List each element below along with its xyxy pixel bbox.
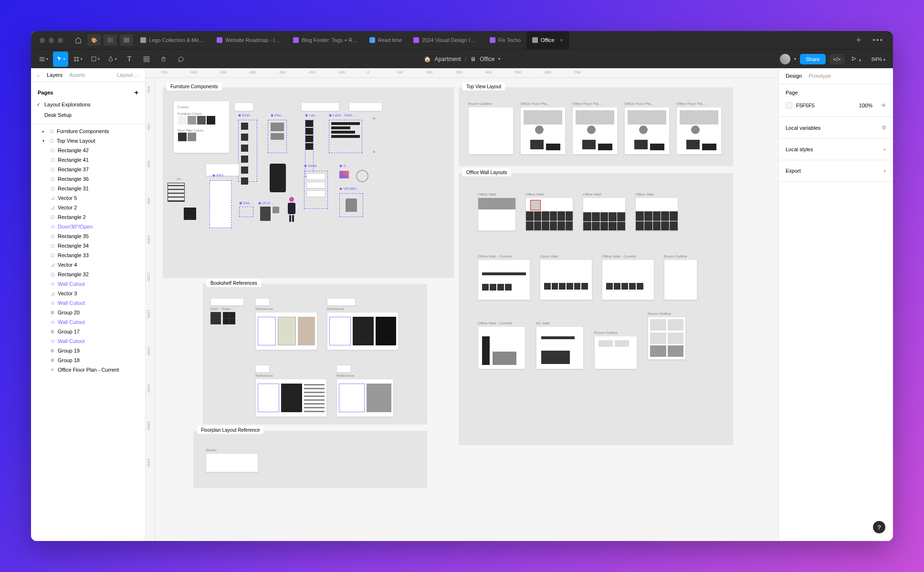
layers-tab[interactable]: Layers [47, 72, 63, 78]
layer-item[interactable]: ◇Wall Cutout [31, 279, 145, 289]
left-panel: ⌕ Layers Assets Layout … Pages + Layout … [31, 68, 146, 541]
assets-tab[interactable]: Assets [69, 72, 85, 78]
svg-rect-2 [40, 60, 45, 61]
layer-item[interactable]: ▢Rectangle 31 [31, 184, 145, 193]
layer-item[interactable]: ▢Rectangle 33 [31, 250, 145, 260]
svg-rect-0 [40, 57, 45, 57]
recent-icon[interactable]: 🎨 [87, 34, 101, 46]
layer-item[interactable]: ◇Wall Cutout [31, 317, 145, 327]
panel-search-icon[interactable]: ⌕ [37, 72, 40, 78]
layer-item[interactable]: ◿Vector 3 [31, 289, 145, 298]
hand-tool-button[interactable] [156, 52, 171, 67]
tab[interactable]: Website Roadmap - Ideas, Feature… [211, 31, 287, 49]
svg-rect-7 [147, 60, 149, 62]
tab-overflow-icon[interactable]: ••• [867, 36, 889, 44]
traffic-max-icon[interactable] [58, 38, 63, 43]
layer-item[interactable]: ⊞Group 18 [31, 355, 145, 365]
layer-item[interactable]: ▢Rectangle 34 [31, 241, 145, 250]
bg-opacity[interactable]: 100% [859, 103, 872, 108]
main-menu-button[interactable]: ▾ [36, 52, 51, 67]
home-button[interactable] [71, 32, 86, 48]
layer-item[interactable]: ▢Rectangle 35 [31, 231, 145, 241]
monitor-icon: 🖥 [470, 56, 476, 62]
svg-rect-1 [40, 59, 45, 59]
add-style-button[interactable]: + [883, 146, 886, 152]
svg-rect-6 [144, 60, 146, 62]
tab[interactable]: Fix Techo [484, 31, 526, 49]
layer-item[interactable]: ▢Rectangle 42 [31, 146, 145, 155]
layer-item[interactable]: ▸▢Furniture Components [31, 126, 145, 136]
tab[interactable]: Read time [364, 31, 408, 49]
page-item[interactable]: Layout Explorations [31, 99, 145, 110]
layer-item[interactable]: ◿Vector 2 [31, 203, 145, 212]
ruler-horizontal: -700-600-500-400-300-200-100010020030040… [146, 68, 778, 78]
app-window: 🎨 Lego Collection & Media CardsWebsite R… [31, 31, 893, 541]
recent-icon[interactable] [104, 34, 117, 46]
layer-item[interactable]: ▢Rectangle 37 [31, 165, 145, 174]
breadcrumb[interactable]: 🏠 Apartment / 🖥 Office ▾ [424, 56, 501, 62]
layer-item[interactable]: ◿Vector 4 [31, 260, 145, 270]
dev-mode-button[interactable]: </> [830, 54, 845, 64]
layer-item[interactable]: ▢Rectangle 2 [31, 212, 145, 222]
pen-tool-button[interactable]: ▾ [105, 52, 120, 67]
traffic-lights [35, 38, 68, 43]
layer-item[interactable]: #Office Floor Plan - Current [31, 365, 145, 374]
layer-item[interactable]: ▢Rectangle 41 [31, 155, 145, 165]
right-panel: Design Prototype Page F5F5F5 100% 👁 Loca… [778, 68, 893, 541]
move-tool-button[interactable]: ▾ [53, 52, 68, 67]
design-tab[interactable]: Design [786, 73, 802, 79]
tab[interactable]: Lego Collection & Media Cards [135, 31, 211, 49]
resources-button[interactable] [139, 52, 154, 67]
add-export-button[interactable]: + [883, 168, 886, 174]
page-item[interactable]: Desk Setup [31, 110, 145, 120]
layer-item[interactable]: ◇Wall Cutout [31, 298, 145, 308]
local-styles[interactable]: Local styles [786, 146, 813, 152]
bg-color-chip[interactable] [786, 102, 792, 109]
comment-tool-button[interactable] [173, 52, 189, 67]
section-walls[interactable]: Office Wall Layouts Office Wall Office W… [459, 173, 733, 445]
preview-button[interactable]: ▾ [848, 55, 863, 63]
section-bookshelf[interactable]: Bookshelf References Eket - Refer… Refer… [203, 284, 427, 425]
traffic-min-icon[interactable] [49, 38, 54, 43]
section-floorplan[interactable]: Floorplan Layout Reference Studio [193, 431, 427, 488]
bg-color-value[interactable]: F5F5F5 [796, 103, 815, 108]
section-furniture[interactable]: Furniture Components Colors Furniture Co… [163, 87, 454, 278]
layer-item[interactable]: ◿Vector 5 [31, 193, 145, 203]
prototype-tab[interactable]: Prototype [808, 73, 831, 79]
shape-tool-button[interactable]: ▾ [87, 52, 103, 67]
share-button[interactable]: Share [800, 54, 825, 64]
layer-item[interactable]: ⊞Group 19 [31, 346, 145, 355]
tab[interactable]: Office× [526, 31, 569, 49]
recent-icon[interactable] [120, 34, 133, 46]
canvas[interactable]: -700-600-500-400-300-200-100010020030040… [146, 68, 778, 541]
page-name: Office [480, 56, 494, 62]
frame-tool-button[interactable]: ▾ [70, 52, 85, 67]
chevron-down-icon[interactable]: ▾ [794, 57, 796, 61]
page-selector[interactable]: Layout … [117, 72, 139, 78]
page-section-label: Page [786, 90, 886, 95]
new-tab-button[interactable]: + [850, 35, 867, 45]
svg-rect-3 [92, 57, 96, 61]
layer-item[interactable]: ▢Rectangle 36 [31, 174, 145, 184]
avatar[interactable] [780, 54, 790, 64]
layer-item[interactable]: ◇Wall Cutout [31, 336, 145, 346]
ruler-vertical: 6007008009001000110012001300140015001600 [146, 78, 155, 541]
layer-item[interactable]: ⊞Group 17 [31, 327, 145, 336]
export-section[interactable]: Export [786, 168, 801, 174]
add-page-button[interactable]: + [135, 89, 138, 96]
chevron-down-icon: ▾ [498, 57, 500, 61]
layer-item[interactable]: ◇Door/30"/Open [31, 222, 145, 231]
layer-item[interactable]: ⊞Group 20 [31, 308, 145, 317]
local-variables[interactable]: Local variables [786, 125, 820, 131]
layer-item[interactable]: ▢Rectangle 32 [31, 270, 145, 279]
layer-item[interactable]: ▾▢Top View Layout [31, 136, 145, 146]
settings-icon[interactable]: ⚙ [882, 125, 886, 131]
tab[interactable]: 2024 Visual Design Improvement… [408, 31, 484, 49]
help-button[interactable]: ? [873, 521, 885, 533]
zoom-level[interactable]: 84% ▾ [868, 56, 889, 62]
tab[interactable]: Blog Footer: Tags + Related Article… [287, 31, 364, 49]
text-tool-button[interactable]: T [122, 52, 137, 67]
section-topview[interactable]: Top View Layout Room OutlineOffice Floor… [459, 87, 733, 166]
traffic-close-icon[interactable] [40, 38, 45, 43]
visibility-icon[interactable]: 👁 [881, 103, 886, 108]
